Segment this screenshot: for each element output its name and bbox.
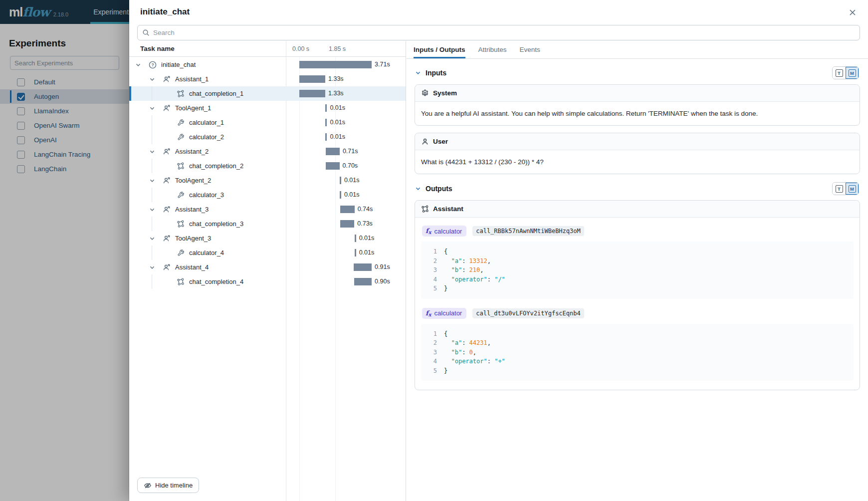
system-message-card: System You are a helpful AI assistant. Y… <box>415 84 860 126</box>
span-name-cell: ToolAgent_2 <box>129 173 286 188</box>
json-punct <box>444 338 451 348</box>
outputs-section-title: Outputs <box>426 185 452 193</box>
chevron-down-icon[interactable] <box>148 235 156 243</box>
span-tree-row[interactable]: ?initiate_chat3.71s <box>129 57 406 72</box>
span-tree-row[interactable]: chat_completion_40.90s <box>129 274 406 289</box>
span-tree-row[interactable]: Assistant_40.91s <box>129 260 406 274</box>
tab-events[interactable]: Events <box>520 41 540 58</box>
span-tree-row[interactable]: ToolAgent_20.01s <box>129 173 406 188</box>
graph-icon <box>421 205 429 213</box>
line-number: 1 <box>427 247 437 256</box>
tool-name-label: calculator <box>434 309 462 317</box>
duration-bar[interactable] <box>299 61 372 68</box>
line-number: 3 <box>427 265 437 275</box>
duration-bar[interactable] <box>340 206 355 213</box>
agent-icon <box>163 148 171 156</box>
chevron-down-icon[interactable] <box>415 185 422 192</box>
line-number: 4 <box>427 275 437 284</box>
span-tree-row[interactable]: calculator_10.01s <box>129 115 406 130</box>
chevron-down-icon[interactable] <box>148 104 156 112</box>
trace-search-input[interactable] <box>153 29 855 36</box>
duration-label: 0.73s <box>357 220 373 228</box>
json-punct: , <box>473 348 476 357</box>
span-timeline-cell: 0.01s <box>286 188 406 202</box>
span-timeline-cell: 0.01s <box>286 231 406 246</box>
chevron-down-icon[interactable] <box>148 206 156 214</box>
duration-bar[interactable] <box>354 263 372 271</box>
system-card-header: System <box>415 85 860 102</box>
markdown-view-icon: M <box>849 185 856 193</box>
chevron-down-icon[interactable] <box>148 263 156 271</box>
span-timeline-cell: 0.01s <box>286 246 406 260</box>
detail-body: Inputs TM System You are a helpful AI as… <box>407 59 868 501</box>
chevron-down-icon[interactable] <box>134 61 142 69</box>
tab-inputs-outputs[interactable]: Inputs / Outputs <box>414 41 465 58</box>
duration-bar[interactable] <box>325 119 327 126</box>
raw-text-view-button[interactable]: T <box>833 183 846 195</box>
duration-bar[interactable] <box>326 148 340 155</box>
span-tree-row[interactable]: chat_completion_20.70s <box>129 159 406 173</box>
text-view-icon: T <box>836 185 843 193</box>
close-icon[interactable] <box>847 7 858 18</box>
span-detail-pane: Inputs / OutputsAttributesEvents Inputs … <box>407 41 868 501</box>
line-number: 5 <box>427 284 437 293</box>
chevron-down-icon[interactable] <box>415 69 422 76</box>
duration-bar[interactable] <box>340 220 355 228</box>
duration-bar[interactable] <box>355 249 356 256</box>
duration-bar[interactable] <box>326 162 339 170</box>
wrench-icon <box>177 119 185 127</box>
outputs-view-toggle: TM <box>832 182 859 195</box>
duration-label: 0.70s <box>343 162 358 170</box>
span-tree-row[interactable]: chat_completion_30.73s <box>129 217 406 231</box>
agent-icon <box>163 104 171 112</box>
chevron-down-icon[interactable] <box>148 177 156 185</box>
agent-icon <box>163 263 171 271</box>
span-tree-row[interactable]: Assistant_11.33s <box>129 72 406 86</box>
markdown-view-button[interactable]: M <box>846 183 859 195</box>
span-name-cell: ?initiate_chat <box>129 57 286 72</box>
markdown-view-button[interactable]: M <box>846 67 859 79</box>
duration-bar[interactable] <box>299 90 325 97</box>
duration-bar[interactable] <box>355 235 356 242</box>
span-tree-row[interactable]: Assistant_30.74s <box>129 202 406 217</box>
system-card-title: System <box>433 89 457 97</box>
span-tree-row[interactable]: calculator_30.01s <box>129 188 406 202</box>
span-tree-row[interactable]: chat_completion_11.33s <box>129 86 406 101</box>
graph-icon <box>177 278 185 286</box>
agent-icon <box>163 206 171 214</box>
span-tree-row[interactable]: calculator_40.01s <box>129 246 406 260</box>
duration-bar[interactable] <box>340 191 341 199</box>
span-tree-row[interactable]: ToolAgent_30.01s <box>129 231 406 246</box>
line-number: 2 <box>427 338 437 348</box>
hide-timeline-button[interactable]: Hide timeline <box>137 478 199 493</box>
span-timeline-cell: 0.91s <box>286 260 406 274</box>
duration-bar[interactable] <box>325 133 327 141</box>
code-line: 4 "operator": "+" <box>427 357 848 366</box>
duration-bar[interactable] <box>325 104 327 112</box>
tool-call-header: fxcalculatorcall_RBBk57nAwnNMtiWBeBHzq3o… <box>422 226 854 237</box>
tab-attributes[interactable]: Attributes <box>478 41 507 58</box>
span-tree-row[interactable]: ToolAgent_10.01s <box>129 101 406 115</box>
agent-icon <box>163 235 171 243</box>
outputs-section-header: Outputs TM <box>415 181 860 196</box>
code-line: 4 "operator": "/" <box>427 275 848 284</box>
duration-bar[interactable] <box>340 177 341 184</box>
trace-title: initiate_chat <box>140 7 190 17</box>
span-name-cell: ToolAgent_3 <box>129 231 286 246</box>
duration-bar[interactable] <box>354 278 372 285</box>
json-punct: : <box>462 265 469 275</box>
duration-bar[interactable] <box>299 75 325 83</box>
chevron-down-icon[interactable] <box>148 75 156 83</box>
json-punct: } <box>444 366 447 376</box>
span-timeline-cell: 0.01s <box>286 173 406 188</box>
chevron-down-icon[interactable] <box>148 148 156 156</box>
span-timeline-cell: 1.33s <box>286 86 406 101</box>
span-name-cell: calculator_4 <box>129 246 286 260</box>
span-tree-row[interactable]: Assistant_20.71s <box>129 144 406 159</box>
json-number: 13312 <box>469 256 487 266</box>
span-name-label: calculator_1 <box>189 119 224 126</box>
raw-text-view-button[interactable]: T <box>833 67 846 79</box>
json-key: "a" <box>451 256 462 266</box>
span-name-cell: calculator_2 <box>129 130 286 144</box>
span-tree-row[interactable]: calculator_20.01s <box>129 130 406 144</box>
